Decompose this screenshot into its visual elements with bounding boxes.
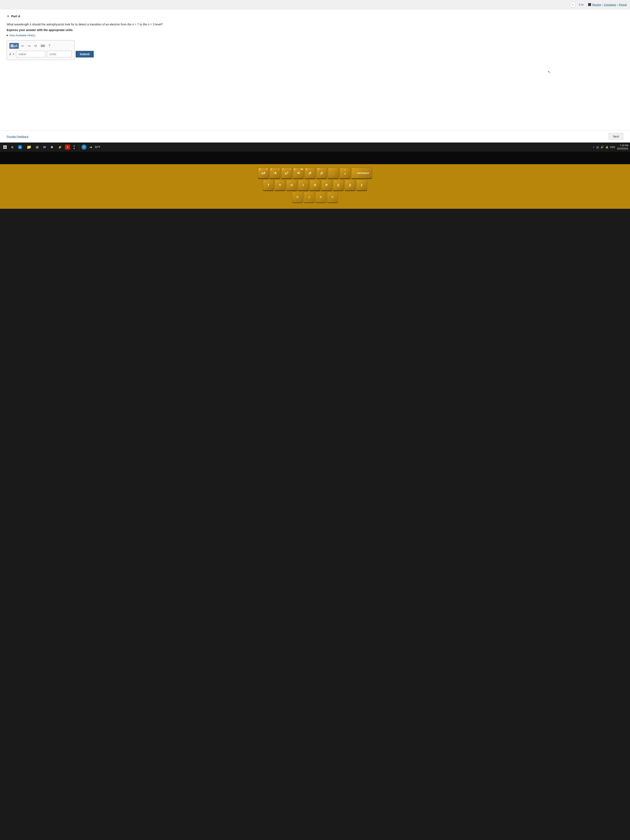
key-f8-8[interactable]: f8 |◀◀ * 8 [293, 167, 304, 178]
key-y[interactable]: Y [275, 180, 286, 190]
edge-icon: e [18, 145, 22, 149]
app-red-icon[interactable]: A [65, 145, 70, 150]
key-f10-0[interactable]: f10 ) 0 [316, 167, 327, 178]
next-button[interactable]: Next [608, 133, 623, 140]
keyboard-row-numbers: f5 d⊘ % 5 f6 d- ^ 6 f7 d+ & 7 f8 |◀◀ * 8… [2, 167, 628, 178]
bold-instruction: Express your answer with the appropriate… [7, 28, 623, 32]
key-backspace[interactable]: ← backspace [351, 167, 372, 178]
question-text: What wavelength λ should the astrophysic… [7, 22, 173, 27]
file-explorer-icon[interactable]: 📁 [25, 144, 33, 150]
tray-expand-icon[interactable]: ∧ [593, 145, 595, 148]
scroll-up-icon[interactable]: ▲▼ [71, 143, 77, 151]
keyboard-container: f5 d⊘ % 5 f6 d- ^ 6 f7 d+ & 7 f8 |◀◀ * 8… [0, 164, 630, 209]
help-button[interactable]: ? [47, 44, 52, 48]
part-header: ▼ Part A [7, 14, 623, 18]
taskbar-separator [79, 144, 79, 150]
review-link[interactable]: Review [592, 3, 601, 6]
key-v[interactable]: V [327, 192, 338, 202]
start-grid-icon[interactable]: ⊞ [34, 144, 40, 150]
hint-link[interactable]: ▶ View Available Hint(s) [7, 34, 623, 37]
taskbar: ⧉ e 📁 ⊞ ✉ ❖ ⚡ A ▲▼ ? ➜ 62°F ∧ [0, 142, 630, 152]
nav-back-button[interactable]: < [570, 2, 576, 8]
units-input[interactable] [47, 51, 72, 57]
key-i[interactable]: I [298, 180, 309, 190]
network-icon: ▤ [596, 145, 599, 149]
key-k[interactable]: K [316, 192, 326, 202]
screen: < 5 of Review | Constants | Period ▼ Par… [0, 0, 630, 152]
clock[interactable]: 7:19 PM 10/10/2021 [617, 144, 628, 150]
main-content: ▼ Part A What wavelength λ should the as… [0, 9, 630, 130]
windows-start-button[interactable] [2, 145, 8, 150]
part-title: Part A [11, 14, 21, 18]
separator-1: | [602, 3, 603, 6]
date-display: 10/10/2021 [617, 147, 628, 150]
periodic-link[interactable]: Period [619, 3, 627, 6]
screen-bezel-bottom [0, 152, 630, 164]
hint-label: View Available Hint(s) [9, 34, 35, 37]
edge-browser-icon[interactable]: e [16, 144, 24, 150]
key-f6-6[interactable]: f6 d- ^ 6 [270, 167, 280, 178]
dropbox-icon[interactable]: ❖ [49, 144, 55, 150]
key-o[interactable]: O [309, 180, 321, 190]
time-display: 7:19 PM [617, 144, 628, 147]
answer-box: μÅ ↩ ↪ ↺ ⌨ ? λ = [7, 40, 74, 60]
lock-icon: 🔒 [605, 145, 608, 148]
windows-icon [3, 145, 7, 149]
taskbar-right: ∧ ▤ 🔊 🔒 ENG 7:19 PM 10/10/2021 [593, 144, 628, 150]
book-icon [588, 3, 591, 6]
task-view-button[interactable]: ⧉ [9, 145, 15, 150]
separator-2: | [617, 3, 618, 6]
arrow-right-icon[interactable]: ➜ [88, 144, 94, 150]
sound-icon[interactable]: 🔊 [601, 145, 604, 148]
keyboard-row-hjkl: H J K V [2, 192, 628, 202]
key-equals[interactable]: + = [339, 167, 351, 178]
header-links: Review | Constants | Period [587, 3, 627, 6]
page-count: 5 of [579, 3, 584, 6]
key-f7-7[interactable]: f7 d+ & 7 [281, 167, 292, 178]
mail-icon[interactable]: ✉ [41, 144, 47, 150]
key-lbracket[interactable]: {[ [333, 180, 344, 190]
nav-arrows: < [570, 2, 576, 8]
constants-link[interactable]: Constants [604, 3, 616, 6]
input-row: λ = [9, 51, 72, 57]
question-app-icon[interactable]: ? [82, 145, 87, 150]
temperature-text: 62°F [95, 145, 100, 148]
key-f9-9[interactable]: f9 ( 9 [305, 167, 316, 178]
grid-symbol-button[interactable]: μÅ [9, 43, 19, 49]
feedback-link[interactable]: Provide Feedback [7, 135, 28, 138]
undo-button[interactable]: ↩ [20, 44, 25, 48]
key-j[interactable]: J [304, 192, 314, 202]
redo-button[interactable]: ↪ [27, 44, 32, 48]
submit-button[interactable]: Submit [76, 51, 94, 57]
key-h[interactable]: H [292, 192, 303, 202]
key-backslash[interactable]: |\ [356, 180, 367, 190]
toolbar: μÅ ↩ ↪ ↺ ⌨ ? [9, 43, 72, 49]
keyboard-button[interactable]: ⌨ [39, 44, 46, 48]
key-u[interactable]: U [286, 180, 297, 190]
part-collapse-arrow[interactable]: ▼ [7, 14, 9, 18]
language-label[interactable]: ENG [610, 146, 615, 148]
temperature-display: 62°F [95, 145, 100, 148]
keyboard-row-tyuiop: T Y U I O P {[ }] |\ [2, 180, 628, 190]
top-bar: < 5 of Review | Constants | Period [0, 0, 630, 9]
key-minus[interactable]: _ - [328, 167, 339, 178]
value-input[interactable] [16, 51, 45, 57]
hint-arrow-icon: ▶ [7, 34, 8, 37]
key-p[interactable]: P [321, 180, 332, 190]
symbol-label: μÅ [14, 44, 17, 47]
cursor-indicator: ↖ [548, 70, 551, 74]
key-rbracket[interactable]: }] [344, 180, 355, 190]
refresh-button[interactable]: ↺ [33, 44, 38, 48]
key-f5-5[interactable]: f5 d⊘ % 5 [258, 167, 269, 178]
flash-icon[interactable]: ⚡ [56, 144, 64, 150]
key-t[interactable]: T [263, 180, 274, 190]
lambda-label: λ [9, 52, 11, 56]
bottom-bar: Provide Feedback Next [0, 130, 630, 142]
equals-sign: = [13, 52, 14, 56]
